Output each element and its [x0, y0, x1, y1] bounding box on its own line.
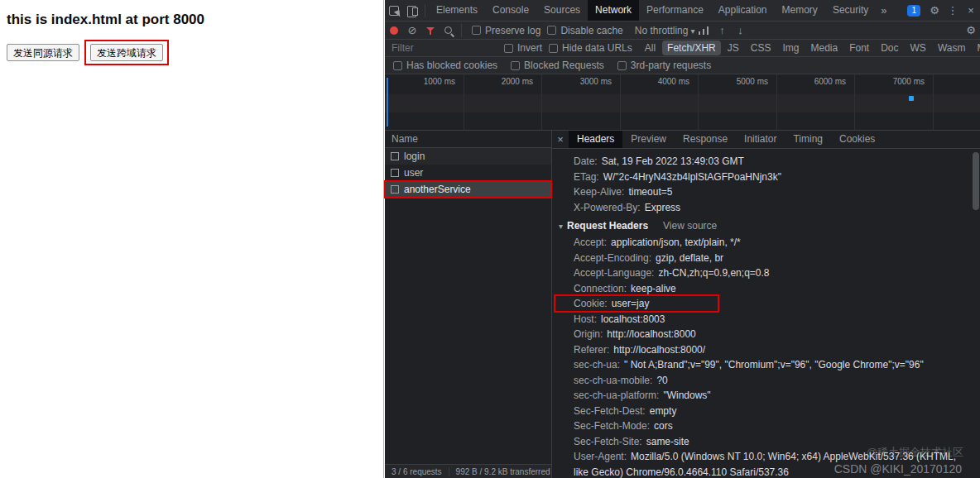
tab-sources[interactable]: Sources: [536, 0, 588, 21]
blocked-requests-checkbox[interactable]: [511, 61, 520, 70]
filter-type-css[interactable]: CSS: [746, 41, 776, 55]
timeline-label: 3000 ms: [562, 77, 612, 86]
tab-response[interactable]: Response: [675, 131, 736, 148]
network-timeline-overview[interactable]: 1000 ms 2000 ms 3000 ms 4000 ms 5000 ms …: [385, 74, 980, 131]
search-icon[interactable]: [440, 22, 458, 39]
timeline-label: 7000 ms: [875, 77, 925, 86]
issues-badge[interactable]: 1: [907, 5, 920, 17]
timeline-label: 6000 ms: [796, 77, 846, 86]
request-header-line: Sec-Fetch-Dest:empty: [552, 404, 980, 419]
timeline-label: 1000 ms: [406, 77, 455, 86]
tab-headers[interactable]: Headers: [569, 131, 622, 148]
record-network-log-icon[interactable]: [385, 22, 403, 39]
invert-label: Invert: [517, 42, 542, 54]
preserve-log-checkbox[interactable]: [472, 26, 481, 35]
request-row-anotherservice[interactable]: anotherService: [385, 181, 551, 198]
tab-timing[interactable]: Timing: [785, 131, 831, 148]
hide-data-urls-checkbox[interactable]: [549, 44, 558, 53]
filter-type-wasm[interactable]: Wasm: [933, 41, 971, 55]
screenshot-stage: this is index.html at port 8000 发送同源请求 发…: [0, 0, 980, 478]
request-header-line: Referer:http://localhost:8000/: [552, 342, 980, 358]
network-body: Name login user anotherService 3 / 6 req…: [385, 131, 980, 478]
page-buttons-row: 发送同源请求 发送跨域请求: [7, 40, 383, 65]
throttling-select[interactable]: No throttling▾: [635, 25, 695, 36]
more-tabs-icon[interactable]: »: [876, 4, 891, 17]
clear-network-log-icon[interactable]: ⊘: [403, 22, 421, 39]
request-row-user[interactable]: user: [385, 165, 551, 181]
tab-cookies[interactable]: Cookies: [831, 131, 883, 148]
filter-type-fetch-xhr[interactable]: Fetch/XHR: [662, 41, 721, 55]
disable-cache-label: Disable cache: [560, 25, 622, 36]
request-header-line: sec-ch-ua-mobile:?0: [552, 373, 980, 389]
inspect-element-icon[interactable]: [385, 0, 403, 21]
timeline-gridline: [541, 74, 542, 130]
network-filter-bar: Invert Hide data URLs All Fetch/XHR JS C…: [385, 40, 980, 57]
devtools-settings-gear-icon[interactable]: ⚙: [925, 0, 944, 21]
filter-type-img[interactable]: Img: [777, 41, 804, 55]
tab-network[interactable]: Network: [588, 0, 639, 21]
request-header-line: Origin:http://localhost:8000: [552, 327, 980, 342]
filter-type-doc[interactable]: Doc: [876, 41, 903, 55]
timeline-label: 5000 ms: [718, 77, 768, 86]
tab-application[interactable]: Application: [711, 0, 775, 21]
timeline-label: 2000 ms: [483, 77, 533, 86]
tab-console[interactable]: Console: [485, 0, 536, 21]
tab-elements[interactable]: Elements: [429, 0, 485, 21]
filter-type-media[interactable]: Media: [805, 41, 843, 55]
browser-page: this is index.html at port 8000 发送同源请求 发…: [0, 0, 384, 478]
third-party-requests-checkbox[interactable]: [617, 61, 627, 70]
details-scrollbar[interactable]: [973, 152, 979, 210]
filter-type-ws[interactable]: WS: [906, 41, 931, 55]
tab-memory[interactable]: Memory: [775, 0, 825, 21]
response-header-line: ETag:W/"2c-4HryN43zb4lplStAGFPoaHNjn3k": [552, 170, 980, 185]
red-annotation-box-button: 发送跨域请求: [84, 40, 169, 65]
disable-cache-checkbox[interactable]: [547, 26, 556, 35]
devtools-kebab-menu-icon[interactable]: ⋮: [944, 0, 962, 21]
response-header-line: Keep-Alive:timeout=5: [552, 184, 980, 200]
tab-preview[interactable]: Preview: [622, 131, 675, 148]
close-details-icon[interactable]: ×: [552, 133, 569, 146]
cross-origin-request-button[interactable]: 发送跨域请求: [90, 44, 163, 61]
toolbar-separator: [425, 4, 425, 17]
tab-security[interactable]: Security: [825, 0, 876, 21]
export-har-icon[interactable]: ↓: [731, 22, 749, 39]
name-column-header[interactable]: Name: [385, 131, 551, 148]
filter-type-js[interactable]: JS: [723, 41, 744, 55]
request-row-login[interactable]: login: [385, 148, 551, 165]
timeline-load-marker: [387, 78, 388, 127]
devtools-main-tab-bar: Elements Console Sources Network Perform…: [385, 0, 980, 22]
network-toolbar: ⊘ Preserve log Disable cache No throttli…: [385, 22, 980, 40]
has-blocked-cookies-checkbox[interactable]: [393, 61, 402, 70]
devtools-close-icon[interactable]: ×: [962, 0, 980, 21]
network-summary-bar: 3 / 6 requests 992 B / 9.2 kB transferre…: [385, 464, 551, 478]
request-header-line: sec-ch-ua-platform:"Windows": [552, 388, 980, 404]
filter-type-all[interactable]: All: [640, 41, 661, 55]
timeline-request-dot: [909, 96, 914, 101]
device-toolbar-icon[interactable]: [403, 0, 421, 21]
request-headers-section-header[interactable]: ▾ Request Headers View source: [552, 217, 980, 235]
xhr-file-icon: [391, 185, 399, 194]
timeline-gridline: [620, 74, 621, 130]
same-origin-request-button[interactable]: 发送同源请求: [7, 44, 79, 61]
filter-type-manifest[interactable]: Manifest: [972, 41, 980, 55]
filter-input[interactable]: [392, 42, 497, 54]
preserve-log-label: Preserve log: [485, 25, 540, 36]
network-options-bar: Has blocked cookies Blocked Requests 3rd…: [385, 57, 980, 74]
tab-performance[interactable]: Performance: [639, 0, 711, 21]
response-header-line: X-Powered-By:Express: [552, 200, 980, 216]
transferred-size: 992 B / 9.2 kB transferred: [449, 467, 550, 476]
network-conditions-icon[interactable]: [694, 22, 713, 39]
xhr-file-icon: [391, 152, 399, 160]
request-header-line-cookie: Cookie:user=jay: [552, 296, 980, 312]
request-header-line: Host:localhost:8003: [552, 312, 980, 327]
request-headers-title: Request Headers: [567, 220, 648, 232]
filter-funnel-icon[interactable]: [421, 22, 440, 39]
network-settings-gear-icon[interactable]: ⚙: [962, 22, 980, 39]
timeline-gridline: [933, 74, 934, 130]
filter-type-font[interactable]: Font: [844, 41, 874, 55]
import-har-icon[interactable]: ↑: [713, 22, 731, 39]
view-source-link[interactable]: View source: [663, 220, 717, 232]
timeline-gridline: [854, 74, 855, 130]
tab-initiator[interactable]: Initiator: [736, 131, 785, 148]
invert-checkbox[interactable]: [504, 44, 513, 53]
